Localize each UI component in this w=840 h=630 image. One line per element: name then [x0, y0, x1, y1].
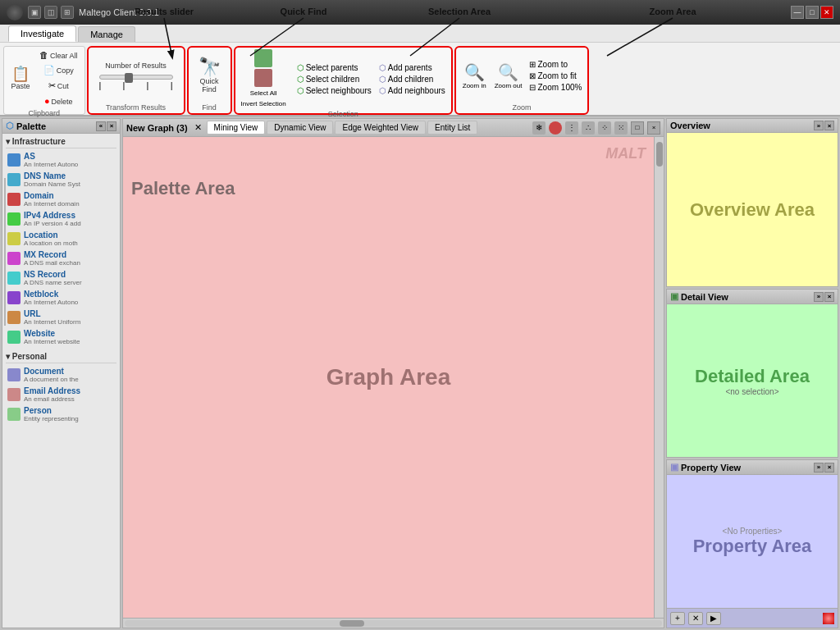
add-neighbours-button[interactable]: ⬡ Add neighbours	[377, 85, 448, 96]
zoom-options-col: ⊞ Zoom to ⊠ Zoom to fit ⊟ Zoom 100%	[527, 59, 584, 93]
tab-dynamic-view[interactable]: Dynamic View	[267, 121, 333, 135]
window-controls: — □ ✕	[791, 6, 833, 19]
property-add-button[interactable]: +	[670, 612, 685, 625]
graph-area[interactable]: MALT Graph Area Palette Area	[123, 137, 654, 618]
overview-content: Overview Area	[667, 133, 838, 286]
palette-item-as[interactable]: AS An Internet Autono	[6, 150, 116, 170]
detail-expand-button[interactable]: »	[814, 292, 824, 302]
graph-icon-nodes2[interactable]: ∴	[582, 121, 595, 135]
title-bar-left: ▣ ◫ ⊞ Maltego Client 3.0.1	[7, 4, 159, 21]
tab-investigate[interactable]: Investigate	[8, 25, 76, 42]
tb-icon-2[interactable]: ◫	[44, 6, 57, 19]
tb-icon-1[interactable]: ▣	[28, 6, 41, 19]
palette-item-person[interactable]: Person Entity representing	[6, 404, 116, 424]
property-expand-button[interactable]: »	[814, 463, 824, 472]
palette-close-button[interactable]: ×	[107, 121, 116, 131]
overview-area-label: Overview Area	[690, 199, 815, 221]
graph-icon-nodes3[interactable]: ⁘	[598, 121, 611, 135]
zoom-to-fit-button[interactable]: ⊠ Zoom to fit	[527, 71, 584, 81]
graph-content-area: MALT Graph Area Palette Area	[123, 137, 664, 618]
graph-maximize-button[interactable]: □	[631, 121, 644, 135]
ribbon-tabs: Investigate Manage	[0, 25, 840, 43]
graph-icon-nodes4[interactable]: ⁙	[614, 121, 628, 135]
graph-icon-nodes1[interactable]: ⋮	[565, 121, 578, 135]
clipboard-label: Clipboard	[28, 109, 60, 117]
palette-item-dns[interactable]: DNS Name Domain Name Syst	[6, 170, 116, 189]
clear-all-button[interactable]: 🗑 Clear All	[36, 48, 81, 62]
palette-item-domain[interactable]: Domain An Internet domain	[6, 189, 116, 209]
add-parents-button[interactable]: ⬡ Add parents	[377, 62, 448, 73]
clear-all-icon: 🗑	[39, 50, 48, 60]
palette-item-ns[interactable]: NS Record A DNS name server	[6, 268, 116, 288]
select-all-icon	[254, 49, 272, 67]
palette-item-ipv4[interactable]: IPv4 Address An IP version 4 add	[6, 209, 116, 229]
graph-close-btn[interactable]: ×	[647, 121, 660, 135]
graph-scrollbar-h[interactable]	[123, 618, 664, 628]
graph-close-icon[interactable]: ✕	[194, 122, 202, 133]
scroll-thumb-v[interactable]	[656, 142, 663, 167]
quick-find-button[interactable]: 🔭 QuickFind	[195, 57, 224, 95]
document-text: Document A document on the	[24, 367, 79, 383]
zoom-to-button[interactable]: ⊞ Zoom to	[527, 59, 584, 70]
property-run-button[interactable]: ▶	[706, 612, 721, 625]
tab-manage[interactable]: Manage	[78, 26, 135, 42]
delete-icon: ●	[44, 96, 50, 106]
cut-button[interactable]: ✂ Cut	[36, 79, 81, 93]
overview-expand-button[interactable]: »	[814, 121, 824, 130]
palette-collapse-button[interactable]: «	[96, 121, 106, 131]
palette-item-website[interactable]: Website An Internet website	[6, 327, 116, 347]
tb-icon-3[interactable]: ⊞	[61, 6, 74, 19]
location-desc: A location on moth	[24, 240, 78, 247]
zoom-out-button[interactable]: 🔍 Zoom out	[491, 61, 526, 91]
copy-button[interactable]: 📄 Copy	[36, 63, 81, 77]
graph-icon-snowflake[interactable]: ❄	[532, 121, 546, 135]
minimize-button[interactable]: —	[791, 6, 804, 19]
zoom-in-icon: 🔍	[464, 62, 485, 82]
property-panel: ▣ Property View » × <No Properties> Prop…	[666, 459, 838, 628]
detail-panel: ▣ Detail View » × Detailed Area <no sele…	[666, 289, 838, 458]
tab-edge-weighted[interactable]: Edge Weighted View	[335, 121, 425, 135]
select-neighbours-button[interactable]: ⬡ Select neighbours	[294, 85, 374, 96]
scroll-thumb-h[interactable]	[340, 620, 364, 627]
palette-item-location[interactable]: Location A location on moth	[6, 229, 116, 249]
palette-item-document[interactable]: Document A document on the	[6, 365, 116, 385]
infrastructure-header: ▾ Infrastructure	[6, 135, 116, 148]
mx-text: MX Record A DNS mail exchan	[24, 250, 80, 267]
delete-button[interactable]: ● Delete	[36, 94, 81, 107]
property-close-button[interactable]: ×	[824, 463, 834, 472]
palette-item-mx[interactable]: MX Record A DNS mail exchan	[6, 249, 116, 268]
app-logo	[7, 4, 23, 21]
domain-icon	[7, 193, 21, 206]
ipv4-icon	[7, 212, 21, 226]
select-parents-button[interactable]: ⬡ Select parents	[294, 62, 374, 73]
property-delete-button[interactable]: ✕	[688, 612, 703, 625]
detail-close-button[interactable]: ×	[824, 292, 834, 302]
results-slider-track[interactable]	[99, 75, 173, 80]
select-children-button[interactable]: ⬡ Select children	[294, 74, 374, 84]
tab-entity-list[interactable]: Entity List	[427, 121, 477, 135]
add-neighbours-icon: ⬡	[379, 86, 386, 95]
add-children-button[interactable]: ⬡ Add children	[377, 74, 448, 84]
clipboard-group: 📋 Paste 🗑 Clear All 📄 Copy ✂ Cut ●	[3, 46, 85, 115]
paste-button[interactable]: 📋 Paste	[7, 65, 34, 92]
personal-label: Personal	[12, 352, 47, 361]
results-slider-thumb[interactable]	[125, 73, 133, 83]
zoom-100-button[interactable]: ⊟ Zoom 100%	[527, 82, 584, 93]
palette-item-netblock[interactable]: Netblock An Internet Autono	[6, 288, 116, 308]
email-text: Email Address An email address	[24, 386, 80, 403]
website-name: Website	[24, 329, 80, 338]
graph-icon-circle[interactable]	[549, 121, 562, 135]
website-text: Website An Internet website	[24, 329, 80, 345]
overview-close-button[interactable]: ×	[824, 121, 834, 130]
graph-scrollbar-v[interactable]	[654, 137, 664, 618]
as-icon	[7, 153, 21, 167]
tab-mining-view[interactable]: Mining View	[207, 121, 266, 135]
select-all-button[interactable]: Select All	[248, 89, 280, 98]
invert-selection-button[interactable]: Invert Selection	[239, 99, 289, 108]
maximize-button[interactable]: □	[806, 6, 819, 19]
domain-desc: An Internet domain	[24, 200, 80, 208]
palette-item-url[interactable]: URL An Internet Uniform	[6, 308, 116, 327]
close-button[interactable]: ✕	[820, 6, 833, 19]
zoom-in-button[interactable]: 🔍 Zoom in	[459, 61, 490, 91]
palette-item-email[interactable]: Email Address An email address	[6, 385, 116, 404]
